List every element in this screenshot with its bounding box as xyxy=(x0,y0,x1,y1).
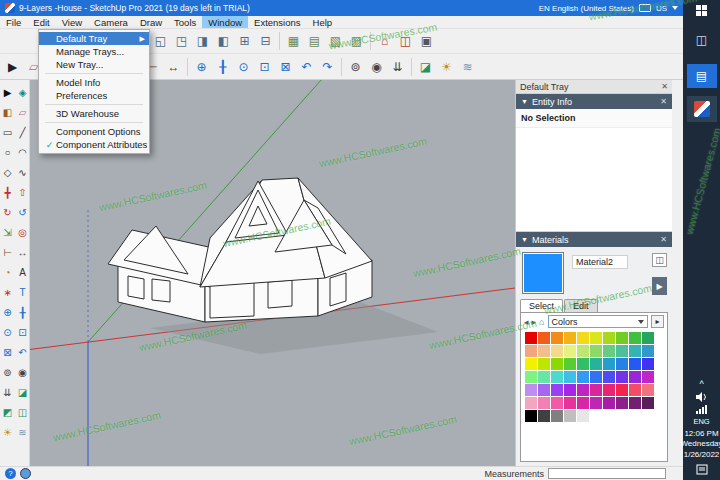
zoom-window-tool-icon[interactable]: ⊡ xyxy=(16,325,30,339)
speaker-icon[interactable] xyxy=(696,392,708,402)
line-tool-icon[interactable]: ╱ xyxy=(16,125,30,139)
color-swatch[interactable] xyxy=(564,358,576,370)
paint-bucket-icon[interactable]: ◧ xyxy=(1,105,15,119)
color-swatch[interactable] xyxy=(603,397,615,409)
menu-file[interactable]: File xyxy=(0,16,27,28)
move-tool-icon[interactable]: ╋ xyxy=(1,185,15,199)
color-swatch[interactable] xyxy=(616,384,628,396)
back-arrow-icon[interactable]: ◂ xyxy=(524,317,529,327)
dimension-tool-icon[interactable]: ↔ xyxy=(16,245,30,259)
zoom-window-tool-icon[interactable]: ⊡ xyxy=(254,56,275,77)
offset-tool-icon[interactable]: ◎ xyxy=(16,225,30,239)
menu-item-3d-warehouse[interactable]: 3D Warehouse xyxy=(39,107,149,120)
color-swatch[interactable] xyxy=(525,345,537,357)
menu-item-component-attributes[interactable]: ✓Component Attributes xyxy=(39,138,149,151)
materials-close-icon[interactable]: ✕ xyxy=(660,236,667,244)
task-view-icon[interactable]: ◫ xyxy=(687,28,717,52)
text-tool-icon[interactable]: A xyxy=(16,265,30,279)
geolocation-icon[interactable] xyxy=(20,468,31,479)
color-swatch[interactable] xyxy=(616,332,628,344)
collapse-arrow-icon[interactable]: ▼ xyxy=(521,236,528,243)
entity-info-close-icon[interactable]: ✕ xyxy=(660,98,667,106)
color-swatch[interactable] xyxy=(525,410,537,422)
material-thumbnail[interactable] xyxy=(522,252,564,294)
select-tool-icon[interactable]: ▶ xyxy=(2,56,23,77)
color-swatch[interactable] xyxy=(642,371,654,383)
color-swatch[interactable] xyxy=(590,358,602,370)
color-swatch[interactable] xyxy=(564,345,576,357)
polygon-tool-icon[interactable]: ◇ xyxy=(1,165,15,179)
color-swatch[interactable] xyxy=(629,332,641,344)
menu-edit[interactable]: Edit xyxy=(27,16,55,28)
make-component-icon[interactable]: ◈ xyxy=(16,85,30,99)
axes-tool-icon[interactable]: ∗ xyxy=(1,285,15,299)
color-swatch[interactable] xyxy=(538,345,550,357)
look-around-icon[interactable]: ◉ xyxy=(16,365,30,379)
menu-item-default-tray[interactable]: Default Tray▶ xyxy=(39,32,149,45)
network-icon[interactable] xyxy=(696,405,708,414)
color-swatch[interactable] xyxy=(525,371,537,383)
tray-expand-icon[interactable]: ^ xyxy=(699,380,703,389)
color-swatch[interactable] xyxy=(551,358,563,370)
rotate-tool-icon[interactable]: ↻ xyxy=(1,205,15,219)
position-camera-icon[interactable]: ⊚ xyxy=(1,365,15,379)
zoom-tool-icon[interactable]: ⊙ xyxy=(233,56,254,77)
follow-me-tool-icon[interactable]: ↺ xyxy=(16,205,30,219)
menu-item-model-info[interactable]: Model Info xyxy=(39,76,149,89)
language-label[interactable]: EN English (United States) xyxy=(539,4,634,13)
sample-paint-icon[interactable]: ▶ xyxy=(652,277,667,295)
color-swatch[interactable] xyxy=(590,345,602,357)
color-swatch[interactable] xyxy=(590,397,602,409)
position-camera-icon[interactable]: ⊚ xyxy=(345,56,366,77)
color-swatch[interactable] xyxy=(551,345,563,357)
color-swatch[interactable] xyxy=(551,384,563,396)
color-swatch[interactable] xyxy=(551,410,563,422)
color-swatch[interactable] xyxy=(590,384,602,396)
color-swatch[interactable] xyxy=(642,397,654,409)
forward-arrow-icon[interactable]: ▸ xyxy=(532,317,537,327)
sketchup-taskbar-icon[interactable] xyxy=(687,96,717,122)
protractor-tool-icon[interactable]: ◔ xyxy=(1,265,15,279)
color-swatch[interactable] xyxy=(538,358,550,370)
color-swatch[interactable] xyxy=(603,332,615,344)
color-swatch[interactable] xyxy=(616,371,628,383)
menu-item-manage-trays[interactable]: Manage Trays... xyxy=(39,45,149,58)
select-tool-icon[interactable]: ▶ xyxy=(1,85,15,99)
material-name[interactable]: Material2 xyxy=(572,255,628,269)
section-plane-icon[interactable]: ◪ xyxy=(415,56,436,77)
home-icon[interactable]: ⌂ xyxy=(539,317,544,327)
color-swatch[interactable] xyxy=(629,371,641,383)
color-swatch[interactable] xyxy=(590,371,602,383)
color-swatch[interactable] xyxy=(603,371,615,383)
zoom-extents-icon[interactable]: ⊠ xyxy=(1,345,15,359)
color-swatch[interactable] xyxy=(577,384,589,396)
menu-window[interactable]: Window xyxy=(202,16,248,28)
color-swatch[interactable] xyxy=(629,384,641,396)
shadows-toggle-icon[interactable]: ☀ xyxy=(1,425,15,439)
collapse-arrow-icon[interactable]: ▼ xyxy=(521,98,528,105)
model-info-icon[interactable]: ▣ xyxy=(416,31,437,52)
solid-trim-icon[interactable]: ◧ xyxy=(213,31,234,52)
menu-item-component-options[interactable]: Component Options xyxy=(39,125,149,138)
color-swatch[interactable] xyxy=(538,384,550,396)
color-swatch[interactable] xyxy=(538,332,550,344)
menu-item-preferences[interactable]: Preferences xyxy=(39,89,149,102)
solid-union-icon[interactable]: ◳ xyxy=(171,31,192,52)
color-swatch[interactable] xyxy=(538,397,550,409)
zoom-tool-icon[interactable]: ⊙ xyxy=(1,325,15,339)
measurements-input[interactable] xyxy=(548,468,666,479)
color-swatch[interactable] xyxy=(642,345,654,357)
entity-info-header[interactable]: ▼ Entity Info ✕ xyxy=(516,94,672,109)
color-swatch[interactable] xyxy=(525,332,537,344)
color-swatch[interactable] xyxy=(577,332,589,344)
color-swatch[interactable] xyxy=(525,358,537,370)
orbit-tool-icon[interactable]: ⊕ xyxy=(191,56,212,77)
section-display-icon[interactable]: ◫ xyxy=(16,405,30,419)
color-swatch[interactable] xyxy=(577,397,589,409)
smoove-icon[interactable]: ▧ xyxy=(325,31,346,52)
color-swatch[interactable] xyxy=(564,371,576,383)
orbit-tool-icon[interactable]: ⊕ xyxy=(1,305,15,319)
circle-tool-icon[interactable]: ○ xyxy=(1,145,15,159)
color-swatch[interactable] xyxy=(551,397,563,409)
color-swatch[interactable] xyxy=(642,358,654,370)
